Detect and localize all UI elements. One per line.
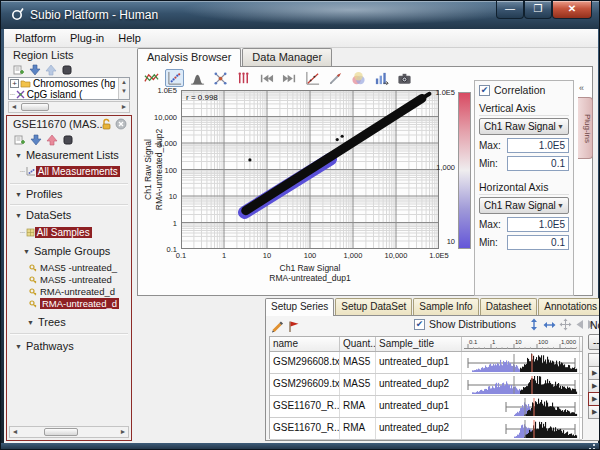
pencil-icon[interactable] xyxy=(269,319,285,334)
delete-icon[interactable] xyxy=(61,133,74,146)
horizontal-max-field[interactable]: 1.0E5 xyxy=(507,217,569,232)
resize-grip[interactable] xyxy=(588,444,598,450)
horizontal-scrollbar[interactable]: ◄ ► xyxy=(8,101,130,113)
tab-analysis-browser[interactable]: Analysis Browser xyxy=(137,48,241,67)
scroll-down-icon[interactable]: ▼ xyxy=(119,87,129,96)
cell-sample-title[interactable]: untreated_dup1 xyxy=(376,352,462,373)
triangle-icon[interactable]: ▼ xyxy=(27,319,34,326)
menu-plugin[interactable]: Plug-in xyxy=(63,29,111,47)
close-button[interactable]: ✕ xyxy=(552,1,592,19)
box-plot-icon[interactable] xyxy=(234,69,253,87)
titlebar[interactable]: Subio Platform - Human — ❐ ✕ xyxy=(1,1,600,29)
menu-help[interactable]: Help xyxy=(111,29,148,47)
vertical-max-field[interactable]: 1.0E5 xyxy=(507,138,569,153)
vertical-signal-dropdown[interactable]: Ch1 Raw Signal ▼ xyxy=(479,118,569,135)
tab-annotations[interactable]: Annotations xyxy=(538,298,600,315)
step-backward-icon[interactable] xyxy=(257,69,276,87)
move-down-icon[interactable] xyxy=(28,63,41,76)
scroll-thumb[interactable] xyxy=(21,103,49,111)
table-row[interactable]: GSM296609.txtMAS5untreated_dup2 xyxy=(270,374,582,396)
section-datasets[interactable]: ▼ DataSets xyxy=(15,209,139,221)
section-sample-groups[interactable]: ▼ Sample Groups xyxy=(23,245,147,257)
show-distributions-checkbox[interactable]: ✔ xyxy=(414,319,425,330)
triangle-icon[interactable]: ▼ xyxy=(15,191,22,198)
cell-name[interactable]: GSM296608.txt xyxy=(270,352,340,373)
dart-icon[interactable] xyxy=(326,69,345,87)
tab-setup-series[interactable]: Setup Series xyxy=(265,298,334,316)
scroll-left-icon[interactable]: ◄ xyxy=(10,428,20,435)
column-header-quantification[interactable]: Quant... xyxy=(340,337,376,351)
camera-icon[interactable] xyxy=(395,69,414,87)
add-list-icon[interactable] xyxy=(13,133,26,146)
column-header-distribution[interactable]: 0.11101001,000 xyxy=(462,337,580,351)
column-header-sample-title[interactable]: Sample_title xyxy=(376,337,462,351)
table-row[interactable]: GSE11670_R...RMAuntreated_dup2 xyxy=(270,418,582,440)
cell-name[interactable]: GSM296609.txt xyxy=(270,374,340,395)
scroll-left-icon[interactable]: ◄ xyxy=(9,103,19,110)
normalization-step-global-normalization[interactable]: ▶Global Normalization xyxy=(588,392,600,406)
tree-item-chromosomes[interactable]: + Chromosomes (hg xyxy=(9,78,129,89)
expander-icon[interactable]: + xyxy=(10,79,19,88)
collapse-panel-icon[interactable]: « xyxy=(579,83,584,93)
menu-platform[interactable]: Platform xyxy=(8,29,63,47)
expand-vertical-icon[interactable] xyxy=(528,318,540,331)
move-up-icon[interactable] xyxy=(44,63,57,76)
horizontal-signal-dropdown[interactable]: Ch1 Raw Signal ▼ xyxy=(479,197,569,214)
cell-quantification[interactable]: RMA xyxy=(340,418,376,439)
correlation-plot-icon[interactable] xyxy=(303,69,322,87)
tree-item-cpg-island[interactable]: ┄ CpG island ( xyxy=(9,89,129,100)
vertical-min-field[interactable]: 0.1 xyxy=(507,156,569,171)
scatter-plot[interactable] xyxy=(181,90,439,249)
table-row[interactable]: GSM296608.txtMAS5untreated_dup1 xyxy=(270,352,582,374)
triangle-icon[interactable]: ▼ xyxy=(15,343,22,350)
venn-diagram-icon[interactable] xyxy=(349,69,368,87)
cell-quantification[interactable]: MAS5 xyxy=(340,352,376,373)
export-chart-icon[interactable] xyxy=(372,69,391,87)
normalization-step-log-transformation[interactable]: ▶Log Transformation xyxy=(588,379,600,393)
section-pathways[interactable]: ▼ Pathways xyxy=(15,340,139,352)
vertical-scrollbar[interactable]: ▲ ▼ xyxy=(118,78,129,99)
horizontal-scrollbar[interactable]: ◄ ► xyxy=(9,426,129,438)
scroll-thumb[interactable] xyxy=(44,428,78,436)
plugins-tab[interactable]: Plug-ins xyxy=(578,97,593,159)
scroll-right-icon[interactable]: ► xyxy=(119,103,129,110)
triangle-icon[interactable]: ▼ xyxy=(15,152,22,159)
move-all-icon[interactable] xyxy=(559,318,572,331)
column-header-name[interactable]: name xyxy=(270,337,340,351)
cell-name[interactable]: GSE11670_R... xyxy=(270,396,340,417)
normalization-step-low-signal-cutoff[interactable]: ▶Low Signal Cutoff xyxy=(588,366,600,380)
histogram-icon[interactable] xyxy=(188,69,207,87)
table-row[interactable]: GSE11670_R...RMAuntreated_dup1 xyxy=(270,396,582,418)
network-icon[interactable] xyxy=(211,69,230,87)
tree-item-all-measurements[interactable]: ┄ All Measurements xyxy=(19,166,143,177)
triangle-icon[interactable]: ▼ xyxy=(23,248,30,255)
cell-name[interactable]: GSE11670_R... xyxy=(270,418,340,439)
scroll-right-icon[interactable]: ► xyxy=(118,428,128,435)
minimize-button[interactable]: — xyxy=(496,1,524,19)
add-list-icon[interactable] xyxy=(12,63,25,76)
normalization-dropdown[interactable]: ------------------- ▼ xyxy=(588,334,600,350)
parallel-plot-icon[interactable] xyxy=(142,69,161,87)
maximize-button[interactable]: ❐ xyxy=(524,1,552,19)
scatter-plot-icon[interactable] xyxy=(165,69,184,87)
tab-datasheet[interactable]: Datasheet xyxy=(480,298,538,315)
cell-quantification[interactable]: RMA xyxy=(340,396,376,417)
close-panel-icon[interactable] xyxy=(115,118,127,130)
triangle-icon[interactable]: ▼ xyxy=(15,212,22,219)
shift-left-icon[interactable] xyxy=(575,319,584,330)
tab-data-manager[interactable]: Data Manager xyxy=(242,48,332,66)
unlock-icon[interactable] xyxy=(101,118,112,130)
tree-item-all-samples[interactable]: ┄ All Samples xyxy=(19,227,143,238)
tab-sample-info[interactable]: Sample Info xyxy=(413,298,478,315)
cell-sample-title[interactable]: untreated_dup1 xyxy=(376,396,462,417)
normalization-step-ratio-to-control-sam-[interactable]: ▶Ratio to Control Sam... xyxy=(588,405,600,419)
flag-icon[interactable] xyxy=(285,319,301,334)
tab-setup-dataset[interactable]: Setup DataSet xyxy=(335,298,412,315)
step-forward-icon[interactable] xyxy=(280,69,299,87)
cell-sample-title[interactable]: untreated_dup2 xyxy=(376,418,462,439)
scroll-up-icon[interactable]: ▲ xyxy=(119,78,129,87)
correlation-checkbox[interactable]: ✔ xyxy=(479,85,490,96)
section-profiles[interactable]: ▼ Profiles xyxy=(15,188,139,200)
move-up-icon[interactable] xyxy=(45,133,58,146)
cell-quantification[interactable]: MAS5 xyxy=(340,374,376,395)
